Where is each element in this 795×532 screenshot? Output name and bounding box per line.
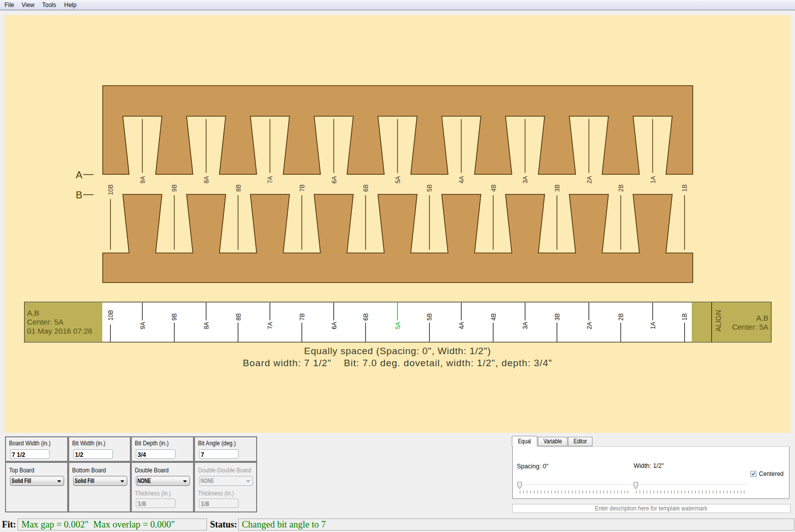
svg-text:1B: 1B	[681, 184, 688, 192]
svg-text:3B: 3B	[554, 313, 561, 321]
svg-text:9A: 9A	[139, 176, 146, 184]
svg-text:1A: 1A	[650, 176, 657, 184]
svg-text:3A: 3A	[522, 176, 529, 184]
svg-text:9A: 9A	[139, 322, 146, 330]
svg-text:10B: 10B	[107, 310, 114, 321]
svg-text:Board width: 7 1/2" Bit: 7.: Board width: 7 1/2" Bit: 7.0 deg. doveta…	[243, 358, 552, 368]
svg-text:9B: 9B	[171, 184, 178, 192]
svg-text:5A: 5A	[394, 176, 402, 184]
svg-text:7A: 7A	[267, 176, 274, 184]
svg-text:6A: 6A	[331, 322, 338, 330]
svg-text:2A: 2A	[586, 176, 593, 184]
svg-text:10B: 10B	[107, 184, 114, 195]
svg-text:4B: 4B	[490, 184, 497, 192]
svg-text:01 May 2016 07:28: 01 May 2016 07:28	[27, 327, 92, 335]
svg-text:7A: 7A	[267, 322, 274, 330]
svg-text:4B: 4B	[490, 313, 497, 321]
svg-text:5B: 5B	[426, 313, 433, 321]
svg-text:4A: 4A	[458, 176, 465, 184]
svg-text:A: A	[76, 169, 83, 180]
svg-text:9B: 9B	[171, 313, 178, 321]
svg-text:ALIGN: ALIGN	[714, 310, 722, 332]
svg-text:Center: 5A: Center: 5A	[27, 318, 64, 326]
svg-text:2B: 2B	[618, 184, 625, 192]
svg-text:2A: 2A	[586, 322, 593, 330]
svg-text:1A: 1A	[650, 322, 657, 330]
svg-text:1B: 1B	[681, 313, 688, 321]
svg-text:8A: 8A	[203, 322, 210, 330]
svg-text:2B: 2B	[618, 313, 625, 321]
svg-text:A,B: A,B	[27, 309, 39, 317]
svg-text:6B: 6B	[362, 313, 369, 321]
svg-text:3A: 3A	[522, 322, 529, 330]
svg-text:7B: 7B	[299, 313, 306, 321]
svg-text:Center: 5A: Center: 5A	[732, 323, 768, 331]
svg-text:3B: 3B	[554, 184, 561, 192]
svg-text:4A: 4A	[458, 322, 465, 330]
svg-text:8B: 8B	[235, 184, 242, 192]
svg-text:8B: 8B	[235, 313, 242, 321]
svg-text:8A: 8A	[203, 176, 210, 184]
svg-text:5A: 5A	[394, 322, 402, 330]
svg-text:B: B	[76, 189, 82, 200]
svg-text:6A: 6A	[331, 176, 338, 184]
svg-text:Equally spaced (Spacing: 0", W: Equally spaced (Spacing: 0", Width: 1/2"…	[304, 346, 491, 356]
svg-text:A,B: A,B	[756, 314, 768, 322]
svg-text:6B: 6B	[362, 184, 369, 192]
svg-text:5B: 5B	[426, 184, 433, 192]
svg-text:7B: 7B	[299, 184, 306, 192]
